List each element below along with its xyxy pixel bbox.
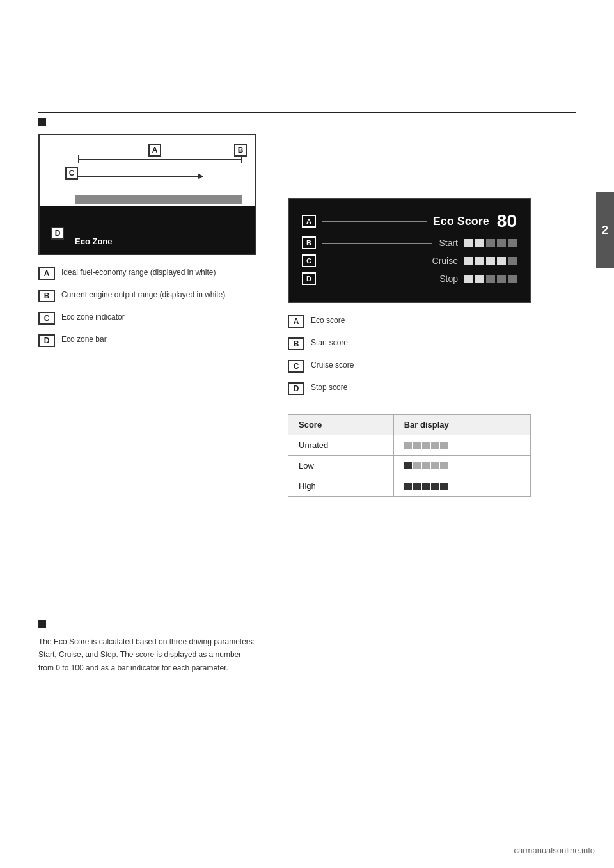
chapter-tab: 2 [596, 192, 614, 268]
desc-item-b: B Current engine output range (displayed… [38, 289, 275, 302]
right-desc-text-d: Stop score [311, 382, 347, 393]
eco-box-label-b: B [302, 236, 316, 249]
eco-score-row-d: D Stop [302, 272, 517, 285]
right-desc-d: D Stop score [288, 382, 556, 395]
chapter-number: 2 [602, 224, 608, 237]
bottom-text-line1: The Eco Score is calculated based on thr… [38, 637, 255, 646]
right-desc-a: A Eco score [288, 314, 556, 328]
bottom-section: The Eco Score is calculated based on thr… [38, 620, 550, 674]
eco-score-row-c: C Cruise [302, 254, 517, 267]
right-desc-label-c: C [288, 360, 304, 373]
right-desc-c: C Cruise score [288, 359, 556, 373]
bar-high [404, 483, 520, 490]
eco-start-label: Start [439, 238, 458, 248]
desc-label-a: A [38, 267, 55, 280]
eco-cruise-label: Cruise [432, 256, 458, 266]
eco-row-line-c [322, 261, 426, 261]
eco-row-line-a [322, 221, 427, 222]
bar-cell-high [393, 476, 530, 497]
right-desc-label-a: A [288, 315, 304, 328]
bar-cell-unrated [393, 435, 530, 456]
eco-zone-diagram: A B C D Eco Zone [38, 134, 256, 255]
right-desc-text-b: Start score [311, 337, 348, 348]
right-desc-label-b: B [288, 337, 304, 350]
eco-score-row-b: B Start [302, 236, 517, 249]
desc-item-d: D Eco zone bar [38, 334, 275, 347]
section-bullet-left [38, 118, 46, 126]
bar-cell-low [393, 456, 530, 476]
score-row-low: Low [288, 456, 531, 476]
eco-stop-label: Stop [439, 274, 458, 284]
eco-score-row-a: A Eco Score 80 [302, 211, 517, 231]
bottom-text: The Eco Score is calculated based on thr… [38, 635, 550, 674]
left-section-header [38, 118, 275, 126]
desc-item-a: A Ideal fuel-economy range (displayed in… [38, 267, 275, 280]
stop-bar [464, 275, 517, 283]
right-desc-b: B Start score [288, 337, 556, 350]
eco-zone-text: Eco Zone [75, 236, 113, 246]
eco-box-label-d: D [302, 272, 316, 285]
left-section: A B C D Eco Zone A Ideal fuel-economy ra… [38, 118, 275, 356]
desc-item-c: C Eco zone indicator [38, 311, 275, 325]
eco-box-label-a: A [302, 215, 316, 228]
score-cell-low: Low [288, 456, 394, 476]
eco-zone-inner: D Eco Zone [40, 206, 255, 254]
desc-text-d: Eco zone bar [61, 334, 107, 345]
desc-label-b: B [38, 290, 55, 302]
score-table-header-bar: Bar display [393, 415, 530, 435]
eco-row-line-d [322, 279, 433, 279]
eco-score-value: 80 [497, 211, 517, 231]
score-cell-high: High [288, 476, 394, 497]
bottom-section-header [38, 620, 550, 628]
brand-text: carmanualsonline.info [514, 846, 595, 855]
eco-zone-gray-bar [75, 195, 242, 204]
desc-label-d: D [38, 334, 55, 347]
score-cell-unrated: Unrated [288, 435, 394, 456]
bar-low [404, 462, 520, 469]
score-table-header-score: Score [288, 415, 394, 435]
eco-score-display: A Eco Score 80 B Start C Cruise [288, 198, 531, 303]
desc-label-c: C [38, 312, 55, 325]
desc-text-c: Eco zone indicator [61, 311, 125, 323]
right-desc-text-a: Eco score [311, 314, 345, 326]
diagram-label-c: C [65, 167, 78, 180]
right-section: A Eco Score 80 B Start C Cruise [288, 198, 556, 497]
eco-box-label-c: C [302, 254, 316, 267]
bottom-text-line2: Start, Cruise, and Stop. The score is di… [38, 650, 241, 659]
right-desc-label-d: D [288, 382, 304, 395]
eco-score-title: Eco Score [433, 215, 489, 228]
start-bar [464, 239, 517, 247]
desc-text-b: Current engine output range (displayed i… [61, 289, 225, 300]
eco-row-line-b [322, 243, 432, 244]
right-desc-text-c: Cruise score [311, 359, 354, 371]
diagram-label-d: D [51, 227, 64, 240]
bracket-c [78, 170, 203, 183]
brand-logo: carmanualsonline.info [514, 846, 595, 855]
bar-unrated [404, 442, 520, 449]
score-table: Score Bar display Unrated Low [288, 414, 531, 497]
score-row-high: High [288, 476, 531, 497]
section-bullet-bottom [38, 620, 46, 628]
top-divider [38, 112, 576, 113]
desc-text-a: Ideal fuel-economy range (displayed in w… [61, 267, 216, 278]
bottom-text-line3: from 0 to 100 and as a bar indicator for… [38, 663, 228, 672]
right-desc-section: A Eco score B Start score C Cruise score… [288, 314, 556, 395]
score-row-unrated: Unrated [288, 435, 531, 456]
cruise-bar [464, 257, 517, 265]
bracket-a [78, 153, 242, 166]
